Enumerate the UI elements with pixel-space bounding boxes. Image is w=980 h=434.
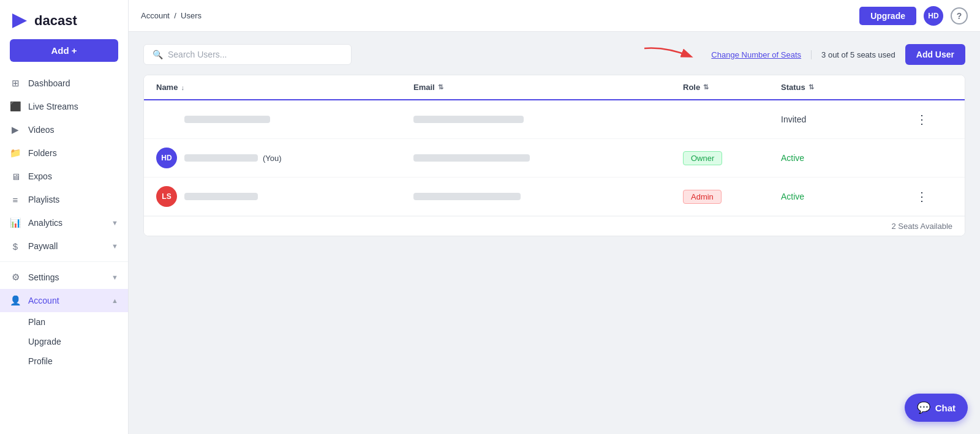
sidebar-item-label: Analytics xyxy=(28,218,62,228)
svg-marker-0 xyxy=(12,13,27,28)
user-cell: HD (You) xyxy=(156,148,413,168)
status-badge: Active xyxy=(781,153,804,163)
users-table: Name ↓ Email ⇅ Role ⇅ Status ⇅ xyxy=(143,75,965,236)
role-cell: Admin xyxy=(683,190,781,204)
avatar: LS xyxy=(156,186,177,207)
help-icon[interactable]: ? xyxy=(951,7,968,24)
table-row: HD (You) Owner Active xyxy=(144,139,965,178)
table-row: LS Admin Active ⋮ xyxy=(144,178,965,216)
actions-bar: 🔍 xyxy=(143,44,965,65)
email-blurred xyxy=(413,116,524,123)
monitor-icon: 🖥 xyxy=(10,171,21,182)
status-badge: Invited xyxy=(781,114,806,124)
breadcrumb-parent: Account xyxy=(141,11,170,20)
add-button[interactable]: Add + xyxy=(10,39,118,62)
add-user-button[interactable]: Add User xyxy=(905,44,965,65)
sidebar-item-live-streams[interactable]: ⬛ Live Streams xyxy=(0,95,128,118)
play-icon: ▶ xyxy=(10,124,21,135)
topbar-right: Upgrade HD ? xyxy=(859,6,968,26)
chevron-down-icon: ▼ xyxy=(111,219,118,226)
change-seats-link[interactable]: Change Number of Seats xyxy=(711,50,801,59)
more-options-button[interactable]: ⋮ xyxy=(916,112,928,127)
role-badge: Owner xyxy=(683,151,722,165)
email-cell xyxy=(413,116,683,123)
sidebar-item-playlists[interactable]: ≡ Playlists xyxy=(0,188,128,211)
grid-icon: ⊞ xyxy=(10,78,21,89)
user-cell: LS xyxy=(156,186,413,207)
list-icon: ≡ xyxy=(10,194,21,205)
sidebar-item-label: Folders xyxy=(28,148,57,158)
status-cell: Active xyxy=(781,191,916,202)
sidebar-item-label: Account xyxy=(28,296,59,305)
col-header-name: Name ↓ xyxy=(156,83,413,92)
chevron-up-icon: ▲ xyxy=(111,297,118,304)
dollar-icon: $ xyxy=(10,241,21,252)
name-blurred xyxy=(184,154,258,162)
sidebar-item-analytics[interactable]: 📊 Analytics ▼ xyxy=(0,211,128,234)
sidebar-item-label: Paywall xyxy=(28,241,58,251)
upgrade-button[interactable]: Upgrade xyxy=(859,7,916,25)
name-blurred xyxy=(184,193,258,200)
sidebar-subitem-upgrade[interactable]: Upgrade xyxy=(0,332,128,351)
search-wrap: 🔍 xyxy=(143,44,352,65)
sidebar-subitem-profile[interactable]: Profile xyxy=(0,351,128,371)
avatar[interactable]: HD xyxy=(924,6,943,26)
bar-chart-icon: 📊 xyxy=(10,217,21,228)
chat-label: Chat xyxy=(935,403,956,413)
logo: dacast xyxy=(0,0,128,39)
more-options-button[interactable]: ⋮ xyxy=(916,189,928,204)
seats-info-wrap: Change Number of Seats 3 out of 5 seats … xyxy=(641,44,965,65)
chevron-down-icon: ▼ xyxy=(111,274,118,281)
breadcrumb-current: Users xyxy=(181,11,202,20)
breadcrumb: Account / Users xyxy=(141,11,202,20)
sidebar-item-paywall[interactable]: $ Paywall ▼ xyxy=(0,234,128,258)
gear-icon: ⚙ xyxy=(10,272,21,283)
sort-desc-icon: ↓ xyxy=(181,84,184,91)
actions-cell: ⋮ xyxy=(916,112,952,127)
topbar: Account / Users Upgrade HD ? xyxy=(129,0,980,32)
sidebar-item-folders[interactable]: 📁 Folders xyxy=(0,141,128,165)
col-header-role: Role ⇅ xyxy=(683,83,781,92)
actions-cell: ⋮ xyxy=(916,189,952,204)
chat-button[interactable]: 💬 Chat xyxy=(905,394,968,422)
avatar: HD xyxy=(156,148,177,168)
seats-available: 2 Seats Available xyxy=(144,216,965,236)
email-blurred xyxy=(413,193,521,200)
content-area: 🔍 xyxy=(129,32,980,434)
video-icon: ⬛ xyxy=(10,101,21,112)
seats-used-text: 3 out of 5 seats used xyxy=(811,50,895,59)
search-icon: 🔍 xyxy=(153,50,163,59)
dacast-logo-icon xyxy=(10,11,29,31)
email-cell xyxy=(413,154,683,162)
col-header-status: Status ⇅ xyxy=(781,83,916,92)
sidebar-subitem-plan[interactable]: Plan xyxy=(0,312,128,332)
sidebar-item-dashboard[interactable]: ⊞ Dashboard xyxy=(0,72,128,95)
user-cell xyxy=(156,109,413,130)
role-cell: Owner xyxy=(683,151,781,165)
status-cell: Invited xyxy=(781,114,916,125)
arrow-annotation xyxy=(641,45,696,64)
sidebar-item-label: Live Streams xyxy=(28,102,78,111)
folder-icon: 📁 xyxy=(10,148,21,159)
name-blurred xyxy=(184,116,270,123)
sidebar-item-settings[interactable]: ⚙ Settings ▼ xyxy=(0,266,128,289)
red-arrow-icon xyxy=(641,45,696,64)
sidebar-item-label: Settings xyxy=(28,272,59,282)
sort-both-icon: ⇅ xyxy=(809,83,814,91)
status-badge: Active xyxy=(781,192,804,201)
email-blurred xyxy=(413,154,530,162)
sidebar-item-label: Playlists xyxy=(28,195,59,204)
search-input[interactable] xyxy=(168,50,342,59)
sidebar-item-account[interactable]: 👤 Account ▲ xyxy=(0,289,128,312)
breadcrumb-separator: / xyxy=(174,11,176,20)
table-row: Invited ⋮ xyxy=(144,100,965,139)
role-badge: Admin xyxy=(683,190,722,204)
sidebar-item-expos[interactable]: 🖥 Expos xyxy=(0,165,128,188)
brand-name: dacast xyxy=(34,13,77,29)
sidebar-item-videos[interactable]: ▶ Videos xyxy=(0,118,128,141)
sidebar-item-label: Videos xyxy=(28,125,55,135)
email-cell xyxy=(413,193,683,200)
user-icon: 👤 xyxy=(10,295,21,306)
sidebar-item-label: Dashboard xyxy=(28,78,70,88)
status-cell: Active xyxy=(781,152,916,163)
